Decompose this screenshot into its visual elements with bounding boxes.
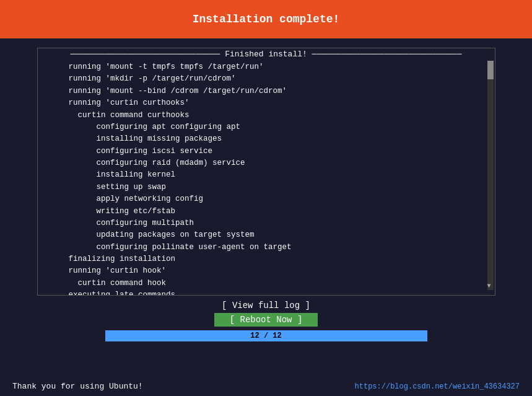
- scrollbar-thumb[interactable]: [487, 61, 494, 79]
- buttons-area: [ View full log ] [ Reboot Now ]: [214, 301, 318, 327]
- progress-bar-area: 12 / 12: [12, 330, 520, 341]
- progress-bar-container: 12 / 12: [105, 330, 427, 341]
- header-bar: Installation complete!: [0, 0, 532, 38]
- view-log-button[interactable]: [ View full log ]: [222, 301, 310, 310]
- log-text: running 'mount -t tmpfs tmpfs /target/ru…: [38, 60, 495, 296]
- scrollbar-arrow-down[interactable]: ▼: [486, 281, 492, 290]
- reboot-now-button[interactable]: [ Reboot Now ]: [214, 313, 318, 327]
- progress-text: 12 / 12: [250, 332, 281, 340]
- scrollbar[interactable]: ▲ ▼: [487, 61, 494, 290]
- main-content: ─────────────────────────────── Finished…: [0, 38, 532, 348]
- header-title: Installation complete!: [193, 13, 340, 25]
- footer-left-text: Thank you for using Ubuntu!: [12, 382, 143, 391]
- footer-bar: Thank you for using Ubuntu! https://blog…: [0, 377, 532, 396]
- log-container: ─────────────────────────────── Finished…: [37, 48, 495, 296]
- log-title-bar: ─────────────────────────────── Finished…: [38, 48, 495, 60]
- footer-right-link: https://blog.csdn.net/weixin_43634327: [355, 382, 520, 391]
